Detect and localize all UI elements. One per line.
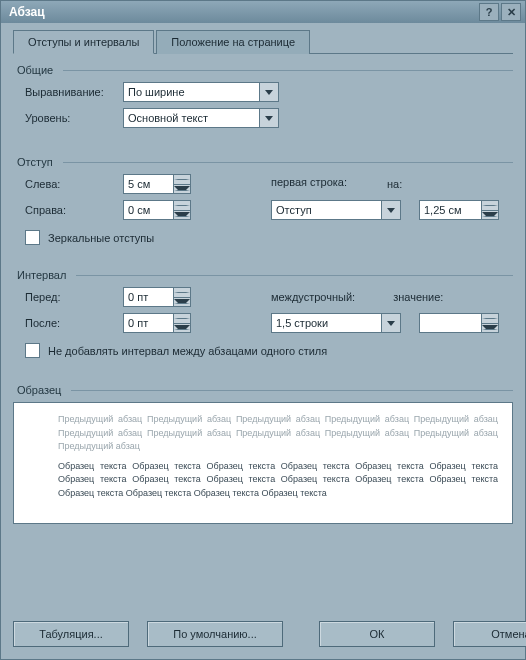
help-button[interactable]: ? <box>479 3 499 21</box>
group-label-spacing: Интервал <box>13 269 70 281</box>
linespacing-select[interactable]: 1,5 строки <box>271 313 401 333</box>
button-bar: Табуляция... По умолчанию... ОК Отмена <box>13 621 513 647</box>
titlebar[interactable]: Абзац ? ✕ <box>1 1 525 23</box>
indent-left-label: Слева: <box>25 178 123 190</box>
firstline-label: первая строка: <box>271 176 347 188</box>
alignment-label: Выравнивание: <box>25 86 123 98</box>
close-button[interactable]: ✕ <box>501 3 521 21</box>
space-before-spinner[interactable]: 0 пт <box>123 287 191 307</box>
default-button[interactable]: По умолчанию... <box>147 621 283 647</box>
chevron-down-icon[interactable] <box>381 201 400 219</box>
tab-position[interactable]: Положение на странице <box>156 30 310 54</box>
linespacing-label: междустрочный: <box>271 291 355 303</box>
spin-down-icon <box>174 185 190 194</box>
group-spacing: Интервал Перед: 0 пт междустрочный: знач… <box>13 265 513 358</box>
mirror-indents-label: Зеркальные отступы <box>48 232 154 244</box>
indent-right-spinner[interactable]: 0 см <box>123 200 191 220</box>
firstline-by-spinner[interactable]: 1,25 см <box>419 200 499 220</box>
preview-prev-text: Предыдущий абзац Предыдущий абзац Предыд… <box>28 413 498 454</box>
by-label: на: <box>387 178 402 190</box>
chevron-down-icon[interactable] <box>259 83 278 101</box>
ok-button[interactable]: ОК <box>319 621 435 647</box>
chevron-down-icon[interactable] <box>381 314 400 332</box>
tabs-button[interactable]: Табуляция... <box>13 621 129 647</box>
level-label: Уровень: <box>25 112 123 124</box>
alignment-select[interactable]: По ширине <box>123 82 279 102</box>
window-title: Абзац <box>5 5 477 19</box>
chevron-down-icon[interactable] <box>259 109 278 127</box>
preview-sample-text: Образец текста Образец текста Образец те… <box>28 460 498 501</box>
indent-left-spinner[interactable]: 5 см <box>123 174 191 194</box>
preview-box: Предыдущий абзац Предыдущий абзац Предыд… <box>13 402 513 524</box>
space-after-spinner[interactable]: 0 пт <box>123 313 191 333</box>
mirror-indents-checkbox[interactable] <box>25 230 40 245</box>
group-label-indent: Отступ <box>13 156 57 168</box>
spin-up-icon <box>174 175 190 185</box>
indent-right-label: Справа: <box>25 204 123 216</box>
group-general: Общие Выравнивание: По ширине Уровень: О… <box>13 60 513 128</box>
space-before-label: Перед: <box>25 291 123 303</box>
tab-indents[interactable]: Отступы и интервалы <box>13 30 154 54</box>
level-select[interactable]: Основной текст <box>123 108 279 128</box>
group-preview: Образец Предыдущий абзац Предыдущий абза… <box>13 380 513 524</box>
paragraph-dialog: Абзац ? ✕ Отступы и интервалы Положение … <box>0 0 526 660</box>
dialog-content: Отступы и интервалы Положение на страниц… <box>1 23 525 534</box>
nospace-checkbox[interactable] <box>25 343 40 358</box>
group-label-general: Общие <box>13 64 57 76</box>
at-label: значение: <box>393 291 443 303</box>
linespacing-at-spinner[interactable] <box>419 313 499 333</box>
nospace-label: Не добавлять интервал между абзацами одн… <box>48 345 327 357</box>
space-after-label: После: <box>25 317 123 329</box>
cancel-button[interactable]: Отмена <box>453 621 526 647</box>
mirror-indents-row[interactable]: Зеркальные отступы <box>25 230 513 245</box>
group-label-preview: Образец <box>13 384 65 396</box>
tab-bar: Отступы и интервалы Положение на страниц… <box>13 29 513 54</box>
group-indent: Отступ Слева: 5 см первая строка: на: Сп… <box>13 152 513 245</box>
firstline-select[interactable]: Отступ <box>271 200 401 220</box>
nospace-row[interactable]: Не добавлять интервал между абзацами одн… <box>25 343 513 358</box>
